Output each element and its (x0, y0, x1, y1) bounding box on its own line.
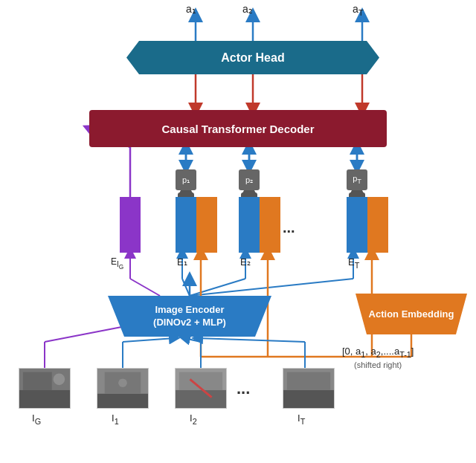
image-I1 (97, 368, 149, 409)
p2-block: p₂ (239, 169, 260, 190)
label-IG: IG (32, 412, 41, 426)
e1-blue-block (176, 197, 196, 253)
transformer-decoder: Causal Transformer Decoder (89, 110, 387, 147)
e-ig-block (120, 197, 141, 253)
label-I1: I1 (112, 412, 119, 426)
a1-label: a₁ (186, 3, 196, 15)
image-I2 (175, 368, 227, 409)
svg-line-23 (190, 279, 353, 296)
image-encoder-label: Image Encoder (DINOv2 + MLP) (153, 304, 226, 329)
image-IT (283, 368, 335, 409)
label-IT: IT (298, 412, 305, 426)
aT-label: aT (353, 3, 364, 17)
svg-point-51 (118, 378, 127, 387)
svg-rect-46 (23, 372, 52, 390)
svg-line-21 (190, 279, 245, 296)
svg-rect-53 (176, 390, 226, 408)
transformer-label: Causal Transformer Decoder (161, 123, 314, 135)
svg-line-43 (197, 338, 305, 342)
actor-head-label: Actor Head (221, 51, 284, 65)
e1-orange-block (196, 197, 217, 253)
svg-rect-49 (97, 394, 148, 408)
e2-blue-block (239, 197, 260, 253)
image-dots: ... (237, 379, 250, 398)
eT-blue-block (347, 197, 367, 253)
svg-line-27 (130, 279, 160, 296)
p1-block: p₁ (176, 169, 196, 190)
e-ig-label: EIG (111, 256, 123, 271)
image-encoder: Image Encoder (DINOv2 + MLP) (108, 296, 271, 337)
svg-rect-58 (287, 372, 330, 390)
shifted-text: [0, a1, a2,....aT-1] (shifted right) (342, 346, 414, 370)
eT-orange-block (367, 197, 388, 253)
svg-rect-57 (283, 390, 334, 408)
e1-label: E₁ (177, 256, 187, 268)
label-I2: I2 (190, 412, 197, 426)
image-encoder-line2: (DINOv2 + MLP) (153, 317, 226, 328)
image-IG (19, 368, 71, 409)
shifted-sub: (shifted right) (354, 360, 402, 369)
svg-line-19 (182, 279, 190, 296)
svg-line-41 (184, 338, 201, 342)
image-encoder-line1: Image Encoder (155, 304, 224, 315)
e2-orange-block (260, 197, 280, 253)
pT-label: pT (353, 174, 361, 185)
eT-label: ET (348, 256, 359, 270)
architecture-diagram: a₁ a₂ aT Actor Head Causal Transformer D… (0, 0, 476, 463)
dots-middle: ... (283, 219, 295, 236)
e2-label: E₂ (240, 256, 251, 268)
pT-block: pT (347, 169, 367, 190)
a2-label: a₂ (242, 3, 253, 15)
action-embedding: Action Embedding (356, 294, 467, 334)
svg-rect-45 (19, 390, 70, 408)
actor-head: Actor Head (126, 41, 379, 74)
p1-label: p₁ (182, 175, 190, 185)
svg-line-39 (123, 338, 175, 342)
svg-point-47 (54, 374, 65, 386)
action-embedding-label: Action Embedding (369, 308, 454, 320)
p2-label: p₂ (245, 175, 253, 185)
